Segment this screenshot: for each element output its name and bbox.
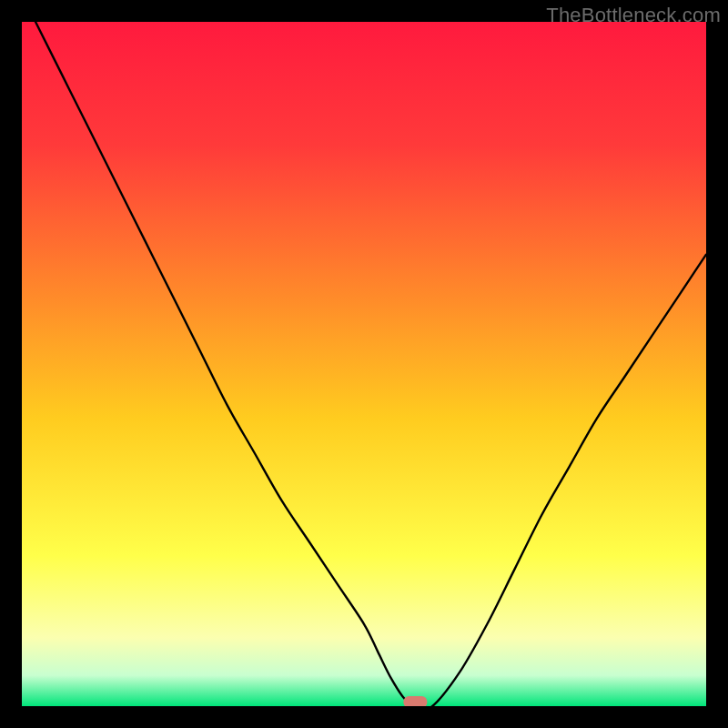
- attribution-label: TheBottleneck.com: [546, 4, 721, 27]
- chart-frame: [22, 22, 706, 706]
- minimum-marker: [403, 696, 427, 706]
- chart-background: [22, 22, 706, 706]
- bottleneck-chart: [22, 22, 706, 706]
